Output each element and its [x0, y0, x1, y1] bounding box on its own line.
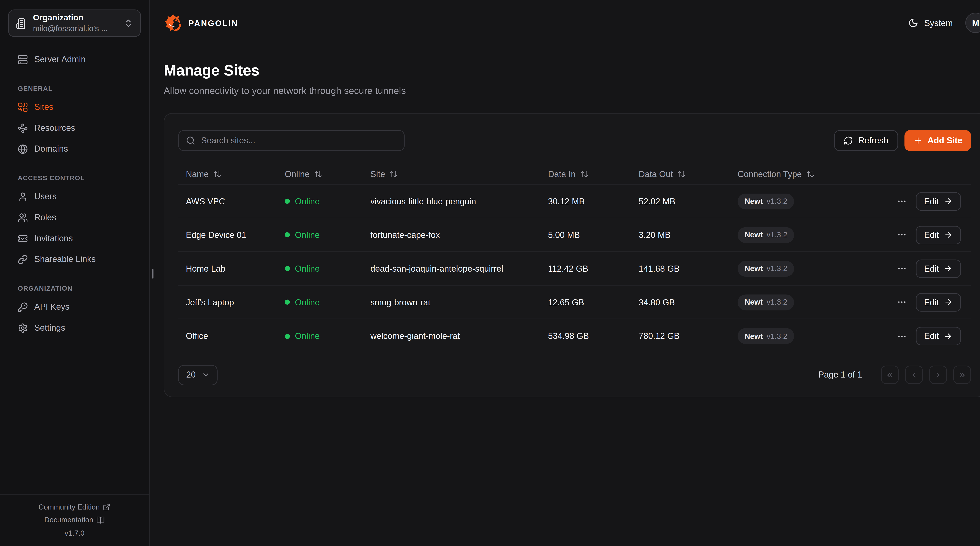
previous-page-button[interactable]	[905, 366, 923, 384]
edit-button[interactable]: Edit	[916, 293, 961, 311]
row-menu-button[interactable]	[897, 196, 907, 206]
pagination-buttons	[881, 366, 971, 384]
search-input[interactable]	[201, 136, 397, 145]
site-name: Edge Device 01	[186, 230, 285, 239]
column-header-name[interactable]: Name	[186, 169, 285, 179]
site-name: Office	[186, 331, 285, 341]
status-badge: Online	[285, 331, 371, 341]
sidebar-footer: Community Edition Documentation v1.7.0	[0, 494, 149, 546]
first-page-button[interactable]	[881, 366, 899, 384]
book-open-icon	[96, 516, 105, 524]
org-selector-subtitle: milo@fossorial.io's ...	[33, 23, 118, 34]
column-header-data-in[interactable]: Data In	[548, 169, 639, 179]
toolbar-actions: Refresh Add Site	[834, 130, 971, 151]
page-subtitle: Allow connectivity to your network throu…	[164, 85, 980, 96]
sidebar-item-label: Settings	[34, 323, 65, 333]
last-page-button[interactable]	[953, 366, 971, 384]
moon-icon	[908, 18, 919, 28]
data-in-value: 112.42 GB	[548, 264, 639, 273]
online-dot	[285, 334, 290, 339]
pangolin-logo-icon	[164, 13, 183, 32]
sidebar: Organization milo@fossorial.io's ... Ser…	[0, 0, 150, 546]
sidebar-item-label: Domains	[34, 144, 68, 154]
edit-button[interactable]: Edit	[916, 192, 961, 211]
data-out-value: 34.80 GB	[639, 297, 738, 307]
add-site-button[interactable]: Add Site	[904, 130, 971, 151]
building-icon	[16, 18, 27, 29]
sites-card: Refresh Add Site Name	[164, 113, 980, 398]
table-row: Jeff's Laptop Online smug-brown-rat 12.6…	[178, 286, 971, 319]
status-badge: Online	[285, 230, 371, 239]
site-name: AWS VPC	[186, 196, 285, 206]
topbar: PANGOLIN System M	[164, 0, 980, 46]
sites-icon	[18, 102, 28, 112]
next-page-button[interactable]	[929, 366, 947, 384]
sidebar-item-users[interactable]: Users	[10, 186, 140, 207]
sidebar-item-roles[interactable]: Roles	[10, 207, 140, 228]
table-row: Edge Device 01 Online fortunate-cape-fox…	[178, 218, 971, 252]
chevrons-left-icon	[886, 370, 894, 379]
search-icon	[186, 136, 196, 145]
org-selector[interactable]: Organization milo@fossorial.io's ...	[8, 10, 141, 37]
sidebar-item-api-keys[interactable]: API Keys	[10, 296, 140, 317]
connection-type-badge: Newtv1.3.2	[738, 328, 794, 344]
column-header-online[interactable]: Online	[285, 169, 371, 179]
sidebar-item-label: Invitations	[34, 233, 73, 243]
site-slug: dead-san-joaquin-antelope-squirrel	[371, 264, 548, 273]
row-menu-button[interactable]	[897, 331, 907, 341]
sort-icon	[580, 170, 588, 178]
version-label: v1.7.0	[65, 529, 84, 536]
main-content: PANGOLIN System M Manage Sites Allow con…	[150, 0, 980, 546]
sidebar-item-invitations[interactable]: Invitations	[10, 228, 140, 249]
row-menu-button[interactable]	[897, 297, 907, 307]
community-edition-link[interactable]: Community Edition	[38, 503, 111, 511]
documentation-link[interactable]: Documentation	[44, 516, 105, 524]
edit-button[interactable]: Edit	[916, 327, 961, 345]
external-link-icon	[103, 503, 111, 511]
sidebar-item-label: Server Admin	[34, 54, 86, 64]
status-badge: Online	[285, 297, 371, 307]
sidebar-item-sites[interactable]: Sites	[10, 96, 140, 118]
sidebar-section-organization: ORGANIZATION	[18, 284, 131, 292]
column-header-connection-type[interactable]: Connection Type	[738, 169, 897, 179]
data-out-value: 52.02 MB	[639, 196, 738, 206]
chevron-left-icon	[910, 370, 918, 379]
pagination: Page 1 of 1	[818, 366, 971, 384]
sidebar-item-settings[interactable]: Settings	[10, 317, 140, 338]
refresh-button[interactable]: Refresh	[834, 130, 898, 151]
avatar-initial: M	[972, 18, 979, 28]
search-box	[178, 130, 404, 151]
site-slug: vivacious-little-blue-penguin	[371, 196, 548, 206]
avatar[interactable]: M	[966, 13, 980, 33]
brand[interactable]: PANGOLIN	[164, 13, 238, 32]
row-menu-button[interactable]	[897, 230, 907, 240]
sidebar-item-server-admin[interactable]: Server Admin	[10, 49, 140, 70]
users-icon	[18, 212, 28, 222]
chevron-right-icon	[934, 370, 943, 379]
page-size-value: 20	[186, 370, 196, 380]
site-slug: fortunate-cape-fox	[371, 230, 548, 239]
add-site-label: Add Site	[928, 136, 963, 145]
org-selector-text: Organization milo@fossorial.io's ...	[33, 13, 118, 34]
chevrons-right-icon	[958, 370, 967, 379]
column-header-data-out[interactable]: Data Out	[639, 169, 738, 179]
edit-button[interactable]: Edit	[916, 225, 961, 244]
row-actions: Edit	[897, 192, 971, 211]
sidebar-item-resources[interactable]: Resources	[10, 118, 140, 139]
arrow-right-icon	[944, 197, 953, 206]
sort-icon	[314, 170, 322, 178]
page-size-select[interactable]: 20	[178, 365, 218, 385]
sidebar-section-access-control: ACCESS CONTROL	[18, 174, 131, 182]
column-header-site[interactable]: Site	[371, 169, 548, 179]
sidebar-section-general: GENERAL	[18, 84, 131, 92]
data-out-value: 3.20 MB	[639, 230, 738, 239]
theme-toggle[interactable]: System	[908, 18, 953, 28]
sidebar-item-shareable-links[interactable]: Shareable Links	[10, 249, 140, 270]
edit-button[interactable]: Edit	[916, 259, 961, 278]
row-menu-button[interactable]	[897, 263, 907, 274]
arrow-right-icon	[944, 264, 953, 273]
theme-label: System	[924, 18, 953, 28]
community-edition-label: Community Edition	[38, 503, 100, 511]
key-icon	[18, 302, 28, 312]
sidebar-item-domains[interactable]: Domains	[10, 138, 140, 159]
